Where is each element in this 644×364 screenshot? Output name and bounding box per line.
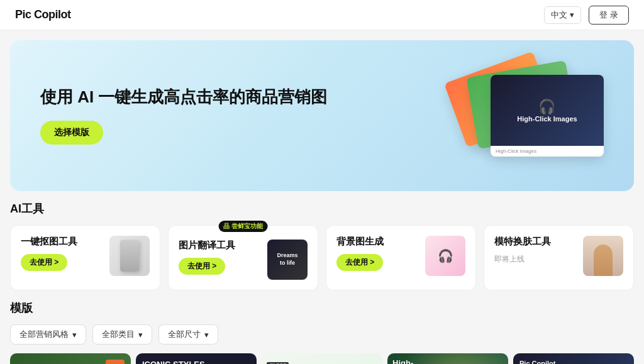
tool-use-button[interactable]: 去使用 >: [179, 258, 225, 275]
template-card-1[interactable]: Pic Copilot PicCopilot: [10, 353, 131, 364]
hero-card-main: 🎧 High-Click Images High-Click Images: [491, 75, 604, 157]
filters-row: 全部营销风格 ▾ 全部类目 ▾ 全部尺寸 ▾: [10, 324, 634, 345]
tool-name: 背景图生成: [336, 236, 419, 248]
language-selector[interactable]: 中文 ▾: [544, 6, 581, 24]
template-title: ICONIC STYLES: [142, 360, 250, 364]
tool-thumbnail-translate: Dreamsto life: [267, 240, 308, 280]
tool-card-content: 图片翻译工具 去使用 >: [179, 240, 261, 275]
tool-card-content: 背景图生成 去使用 >: [336, 236, 419, 271]
tool-card-cutout: 一键抠图工具 去使用 >: [10, 225, 160, 290]
hero-cta-button[interactable]: 选择模版: [40, 121, 103, 145]
hero-title: 使用 AI 一键生成高点击率的商品营销图: [40, 87, 402, 108]
hero-card-top: 🎧 High-Click Images: [491, 75, 604, 146]
tool-thumbnail-cutout: [109, 236, 150, 276]
filter-category[interactable]: 全部类目 ▾: [92, 324, 152, 345]
filter-style[interactable]: 全部营销风格 ▾: [10, 324, 86, 345]
template-card-content: ICONIC STYLES Comfort and protection for…: [142, 360, 250, 364]
tool-coming-soon: 即将上线: [494, 254, 577, 265]
tool-card-translate: 品 尝鲜宝功能 图片翻译工具 去使用 > Dreamsto life: [168, 225, 318, 290]
tool-card-background: 背景图生成 去使用 > 🎧: [326, 225, 476, 290]
filter-size[interactable]: 全部尺寸 ▾: [158, 324, 218, 345]
lang-label: 中文: [551, 9, 567, 21]
app-logo: Pic Copilot: [15, 8, 71, 21]
tool-name: 图片翻译工具: [179, 240, 261, 251]
login-button[interactable]: 登 录: [589, 6, 629, 25]
template-logo: @LOGO: [267, 358, 377, 364]
ai-tools-section: AI工具 一键抠图工具 去使用 > 品 尝鲜宝功能 图片翻译工具 去使用 > D…: [0, 201, 644, 301]
templates-title: 模版: [10, 301, 634, 316]
template-card-4[interactable]: High- Click Images: [387, 353, 508, 364]
new-feature-badge: 品 尝鲜宝功能: [218, 221, 268, 232]
tools-grid: 一键抠图工具 去使用 > 品 尝鲜宝功能 图片翻译工具 去使用 > Dreams…: [10, 225, 634, 290]
tool-card-model: 模特换肤工具 即将上线: [484, 225, 634, 290]
filter-size-label: 全部尺寸: [168, 329, 201, 340]
template-card-2[interactable]: ICONIC STYLES Comfort and protection for…: [136, 353, 257, 364]
tool-name: 一键抠图工具: [21, 236, 103, 248]
tool-thumbnail-background: 🎧: [425, 236, 465, 276]
template-logo: Pic Copilot: [519, 360, 628, 364]
navbar: Pic Copilot 中文 ▾ 登 录: [0, 0, 644, 30]
template-card-5[interactable]: Pic Copilot Convenient Comfortable Secur…: [513, 353, 634, 364]
hero-banner: 使用 AI 一键生成高点击率的商品营销图 选择模版 🎧 High-Click I…: [10, 40, 634, 191]
templates-section: 模版 全部营销风格 ▾ 全部类目 ▾ 全部尺寸 ▾ Pic Copilot Pi…: [0, 301, 644, 364]
tool-thumbnail-model: [583, 236, 623, 276]
hero-image-area: 🎧 High-Click Images High-Click Images: [415, 65, 604, 166]
tool-card-content: 模特换肤工具 即将上线: [494, 236, 577, 265]
filter-style-label: 全部营销风格: [19, 329, 69, 340]
hero-text: 使用 AI 一键生成高点击率的商品营销图 选择模版: [40, 87, 402, 145]
chevron-down-icon: ▾: [138, 330, 143, 339]
tool-card-content: 一键抠图工具 去使用 >: [21, 236, 103, 271]
tool-use-button[interactable]: 去使用 >: [21, 254, 67, 271]
navbar-right: 中文 ▾ 登 录: [544, 6, 629, 25]
template-card-3[interactable]: @LOGO High-Click Images Collect as to us…: [262, 353, 382, 364]
chevron-down-icon: ▾: [72, 330, 77, 339]
ai-tools-title: AI工具: [10, 201, 634, 216]
hero-card-label: High-Click Images: [517, 115, 577, 123]
hero-visual: 🎧 High-Click Images High-Click Images: [402, 65, 604, 166]
chevron-down-icon: ▾: [204, 330, 209, 339]
tool-name: 模特换肤工具: [494, 236, 577, 248]
template-title: High- Click Images: [392, 358, 503, 364]
chevron-down-icon: ▾: [570, 10, 574, 19]
tool-use-button[interactable]: 去使用 >: [336, 254, 383, 271]
templates-grid: Pic Copilot PicCopilot ICONIC STYLES Com…: [10, 353, 634, 364]
filter-category-label: 全部类目: [102, 329, 135, 340]
hero-card-bottom: High-Click Images: [491, 146, 604, 157]
